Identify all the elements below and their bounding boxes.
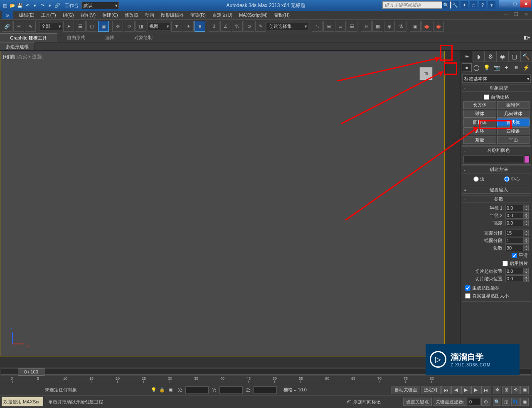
radio-edge[interactable]: 边 — [473, 176, 485, 182]
goto-start-icon[interactable]: ⏮ — [441, 386, 451, 394]
timeconfig-icon[interactable]: ⏲ — [481, 398, 490, 406]
category-dropdown[interactable]: 标准基本体 — [462, 74, 531, 83]
spinner-down[interactable]: ▼ — [524, 208, 529, 211]
snap-icon[interactable]: 3 — [209, 21, 219, 32]
new-icon[interactable]: ▥ — [2, 2, 8, 9]
keymode-icon[interactable]: ■ — [195, 21, 205, 32]
named-selset-dropdown[interactable]: 创建选择集 — [267, 22, 308, 30]
menu-render[interactable]: 渲染(R) — [187, 11, 209, 19]
redo-icon[interactable]: ↷ — [39, 2, 46, 9]
scale-icon[interactable]: ◨ — [135, 21, 146, 32]
viewcube[interactable]: 前 — [416, 64, 437, 83]
autogrid-checkbox[interactable] — [484, 94, 489, 100]
binoculars-icon[interactable]: 🔍 — [442, 1, 450, 9]
time-ruler[interactable]: 05101520253035404550556065707580 — [0, 376, 532, 383]
pivot-icon[interactable]: ▼ — [171, 21, 182, 32]
y-input[interactable] — [219, 386, 243, 394]
menu-help[interactable]: 帮助(H) — [271, 11, 293, 19]
slice-checkbox[interactable] — [502, 261, 508, 266]
zoom-icon[interactable]: ⊞ — [502, 386, 510, 394]
render-frame-icon[interactable]: ▣ — [410, 21, 421, 32]
walk-icon[interactable]: 👣 — [511, 398, 520, 406]
star-icon[interactable]: ☆ — [470, 1, 477, 9]
maxscript-listener[interactable]: 欢迎使用 MAXScr — [2, 397, 43, 406]
z-input[interactable] — [254, 386, 277, 394]
btn-torus[interactable]: 圆环 — [463, 127, 496, 135]
prev-icon[interactable]: ◀ — [451, 386, 461, 394]
down-icon[interactable]: ▾ — [47, 2, 53, 9]
spinner-up[interactable]: ▲ — [524, 245, 529, 248]
slicefrom-input[interactable] — [505, 268, 524, 274]
mirror-icon[interactable]: ⇋ — [312, 21, 323, 32]
x-input[interactable] — [185, 386, 209, 394]
object-name-input[interactable] — [463, 156, 523, 163]
maximize-button[interactable]: □ — [510, 0, 520, 7]
lock-icon[interactable]: 🔒 — [158, 387, 166, 393]
open-icon[interactable]: 📂 — [9, 2, 16, 9]
menu-view[interactable]: 视图(V) — [77, 11, 99, 19]
menu-create[interactable]: 创建(C) — [99, 11, 121, 19]
subtab-shapes[interactable]: ◯ — [472, 63, 482, 72]
tab-modify[interactable]: ◗ — [473, 51, 485, 62]
subtab-spacewarps[interactable]: ≋ — [511, 63, 521, 72]
btn-plane[interactable]: 平面 — [497, 136, 530, 144]
ribbon-tab-objectpaint[interactable]: 对象绘制 — [124, 33, 163, 42]
app-menu[interactable]: S — [2, 11, 13, 19]
wrench-icon[interactable]: 🔧 — [451, 1, 459, 9]
rollout-header[interactable]: +键盘输入 — [462, 186, 531, 194]
max-icon[interactable]: ▣ — [520, 386, 529, 394]
menu-maxscript[interactable]: MAXScript(M) — [236, 12, 271, 18]
polymod-tab[interactable]: 多边形建模 — [0, 42, 35, 50]
rotate-icon[interactable]: ⟳ — [124, 21, 135, 32]
time-tag[interactable]: 添加时间标记 — [353, 399, 403, 405]
render-setup-icon[interactable]: ⚗ — [396, 21, 406, 32]
lock-icon[interactable]: ▣ — [166, 387, 175, 393]
subtab-systems[interactable]: ⚡ — [521, 63, 531, 72]
material-editor-icon[interactable]: ◉ — [384, 21, 395, 32]
workspace-dropdown[interactable]: 默认 — [81, 2, 119, 9]
subtab-helpers[interactable]: ✦ — [501, 63, 511, 72]
sliceto-input[interactable] — [505, 275, 524, 282]
doc-close-button[interactable]: ✕ — [521, 11, 531, 17]
move-icon[interactable]: ✥ — [112, 21, 123, 32]
render-iter-icon[interactable]: 🫖 — [433, 21, 444, 32]
setkey-button[interactable]: 设置关键点 — [403, 398, 432, 406]
doc-minimize-button[interactable]: — — [501, 11, 511, 17]
height-input[interactable] — [505, 220, 524, 226]
layer-manager-icon[interactable]: ☷ — [347, 21, 357, 32]
subtab-lights[interactable]: 💡 — [482, 63, 492, 72]
save-icon[interactable]: 💾 — [17, 2, 23, 9]
link-icon[interactable]: 🔗 — [54, 2, 61, 9]
spinner-up[interactable]: ▲ — [524, 220, 529, 223]
ribbon-tab-freeform[interactable]: 自由形式 — [57, 33, 95, 42]
spinner-up[interactable]: ▲ — [524, 237, 529, 240]
layers-icon[interactable]: ≣ — [335, 21, 346, 32]
align-icon[interactable]: ⊟ — [323, 21, 334, 32]
ribbon-toggle-icon[interactable]: ◧▾ — [522, 33, 532, 42]
autokey-button[interactable]: 自动关键点 — [392, 386, 420, 394]
spinner-down[interactable]: ▼ — [524, 233, 529, 236]
play-icon[interactable]: ▶ — [461, 386, 470, 394]
spinner-up[interactable]: ▲ — [524, 268, 529, 271]
tab-motion[interactable]: ◉ — [497, 51, 509, 62]
help-icon[interactable]: ? — [479, 1, 486, 9]
fov-icon[interactable]: ◫ — [502, 398, 510, 406]
menu-modifiers[interactable]: 修改器 — [121, 11, 142, 19]
tab-create[interactable]: ☀ — [461, 51, 473, 62]
angle-snap-icon[interactable]: ∠ — [220, 21, 231, 32]
btn-cone[interactable]: 圆锥体 — [497, 101, 530, 109]
refcoord-dropdown[interactable]: 视图 — [147, 22, 170, 30]
color-swatch[interactable] — [524, 156, 530, 163]
radio-center[interactable]: 中心 — [504, 176, 520, 182]
spinner-down[interactable]: ▼ — [524, 240, 529, 244]
selset-dropdown[interactable]: 选定对 — [421, 386, 441, 394]
link-icon[interactable]: 🔗 — [2, 21, 12, 32]
rollout-header[interactable]: -对象类型 — [462, 84, 531, 92]
btn-sphere[interactable]: 球体 — [463, 110, 496, 118]
schematic-icon[interactable]: ▦ — [372, 21, 383, 32]
btn-pyramid[interactable]: 四棱锥 — [497, 127, 530, 135]
menu-tools[interactable]: 工具(T) — [38, 11, 59, 19]
select-region-icon[interactable]: ▢ — [86, 21, 97, 32]
bind-icon[interactable]: ∿ — [25, 21, 36, 32]
next-icon[interactable]: ▶ — [471, 386, 480, 394]
